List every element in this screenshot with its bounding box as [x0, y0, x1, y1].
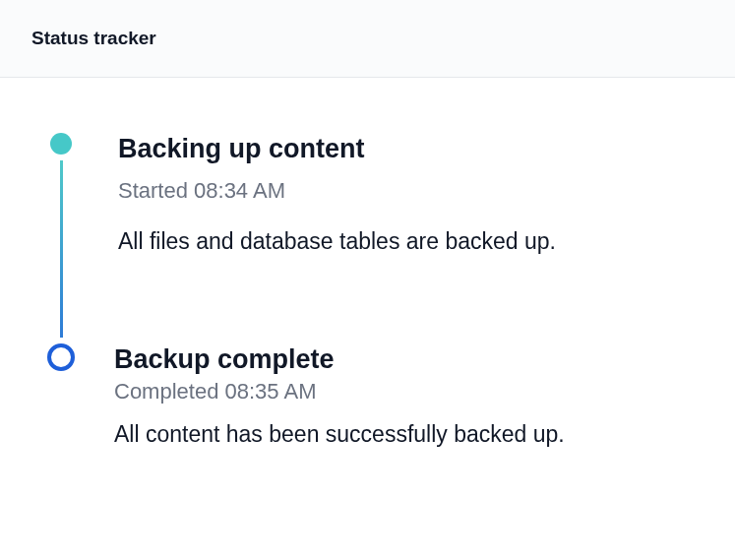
timeline-step: Backing up content Started 08:34 AM All …	[47, 133, 696, 343]
step-title: Backing up content	[118, 133, 696, 164]
status-timeline: Backing up content Started 08:34 AM All …	[0, 78, 735, 490]
step-description: All files and database tables are backed…	[118, 225, 696, 257]
panel-header: Status tracker	[0, 0, 735, 78]
timeline-marker-column	[47, 133, 75, 343]
step-timestamp: Started 08:34 AM	[118, 178, 696, 204]
step-marker-active-icon	[50, 133, 72, 155]
timeline-step-content: Backup complete Completed 08:35 AM All c…	[75, 343, 696, 451]
step-timestamp: Completed 08:35 AM	[114, 379, 696, 404]
timeline-connector	[60, 160, 63, 338]
timeline-marker-column	[47, 343, 75, 371]
step-description: All content has been successfully backed…	[114, 418, 696, 450]
step-marker-outline-icon	[47, 343, 75, 371]
panel-title: Status tracker	[31, 28, 704, 49]
timeline-step-content: Backing up content Started 08:34 AM All …	[75, 133, 696, 297]
timeline-step: Backup complete Completed 08:35 AM All c…	[47, 343, 696, 451]
step-title: Backup complete	[114, 343, 696, 375]
